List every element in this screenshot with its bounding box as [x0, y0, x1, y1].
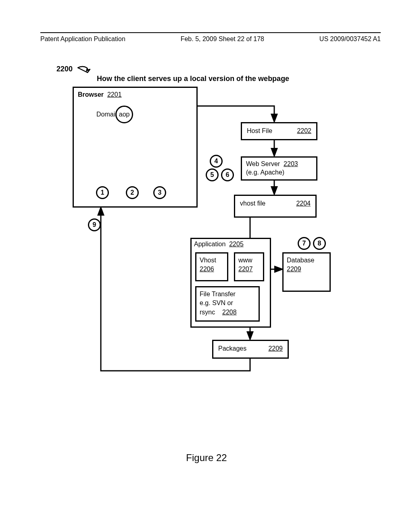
host-file-box: Host File 2202 [241, 122, 317, 140]
www-ref: 2207 [238, 266, 253, 272]
database-ref: 2209 [287, 266, 301, 272]
vhost-file-label: vhost file [240, 200, 265, 212]
vhost-inner-box: Vhost 2206 [195, 252, 228, 281]
header-left: Patent Application Publication [40, 35, 125, 43]
step-circle-2: 2 [126, 186, 139, 199]
step-circle-6: 6 [221, 168, 234, 181]
header-right: US 2009/0037452 A1 [319, 35, 381, 43]
packages-label: Packages [218, 345, 246, 353]
step-circle-1: 1 [96, 186, 109, 199]
diagram-title: How the client serves up a local version… [97, 75, 289, 83]
web-server-label: Web Server [246, 160, 280, 167]
web-server-box: Web Server 2203 (e.g. Apache) [241, 156, 317, 181]
browser-label: Browser [78, 91, 104, 98]
figure-label: Figure 22 [0, 452, 413, 463]
vhost-label: Vhost [200, 257, 216, 264]
step-circle-7: 7 [298, 237, 311, 250]
vhost-file-box: vhost file 2204 [234, 195, 317, 218]
web-server-sub: (e.g. Apache) [246, 169, 284, 176]
database-label: Database [287, 257, 315, 264]
step-circle-3: 3 [153, 186, 166, 199]
step-circle-5: 5 [206, 168, 219, 181]
step-circle-4: 4 [210, 155, 223, 168]
hook-icon [77, 64, 91, 74]
page-header: Patent Application Publication Feb. 5, 2… [40, 32, 381, 43]
file-transfer-box: File Transfer e.g. SVN or rsync 2208 [195, 286, 260, 322]
browser-ref: 2201 [107, 91, 122, 98]
domain-aop-circle: aop [115, 106, 133, 123]
www-box: www 2207 [234, 252, 264, 281]
step-circle-8: 8 [313, 237, 326, 250]
vhost-ref: 2206 [200, 266, 214, 272]
vhost-file-ref: 2204 [296, 200, 311, 212]
step-circle-9: 9 [88, 218, 101, 231]
application-ref: 2205 [229, 241, 244, 247]
figure-ref-text: 2200 [56, 65, 73, 73]
host-file-ref: 2202 [297, 127, 311, 135]
file-transfer-l3: rsync [200, 309, 215, 316]
database-box: Database 2209 [282, 252, 331, 292]
packages-box: Packages 2209 [212, 340, 289, 359]
file-transfer-l2: e.g. SVN or [200, 299, 233, 306]
file-transfer-l1: File Transfer [200, 291, 236, 297]
domain-val: aop [119, 111, 130, 118]
figure-reference-number: 2200 [56, 64, 91, 74]
file-transfer-ref: 2208 [222, 309, 237, 316]
packages-ref: 2209 [268, 345, 283, 353]
host-file-label: Host File [247, 127, 272, 135]
web-server-ref: 2203 [284, 160, 298, 167]
application-label: Application [194, 241, 225, 247]
www-label: www [238, 257, 252, 264]
header-mid: Feb. 5, 2009 Sheet 22 of 178 [181, 35, 264, 43]
